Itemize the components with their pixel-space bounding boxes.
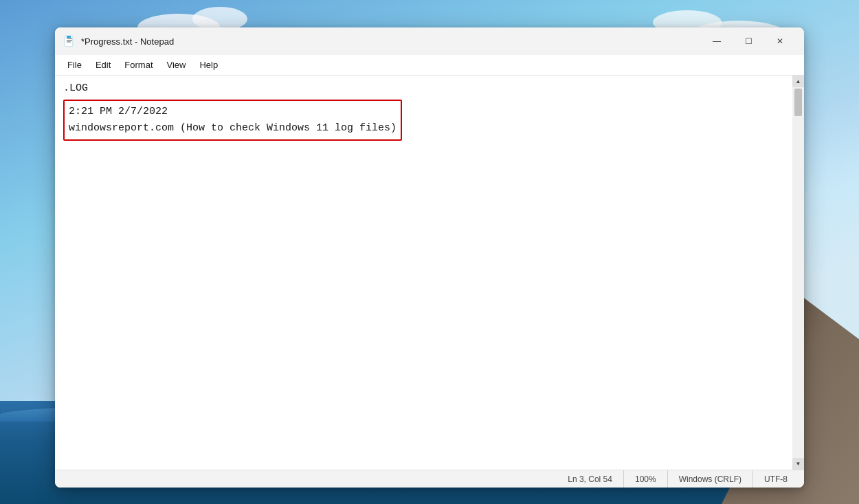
menu-view[interactable]: View (160, 57, 193, 73)
close-button[interactable]: ✕ (764, 30, 796, 52)
menu-help[interactable]: Help (192, 57, 225, 73)
notepad-window: *Progress.txt - Notepad — ☐ ✕ File Edit … (55, 27, 804, 488)
status-encoding: UTF-8 (752, 470, 799, 488)
log-prefix-line: .LOG (63, 81, 784, 97)
menu-bar: File Edit Format View Help (55, 55, 804, 76)
maximize-button[interactable]: ☐ (733, 30, 764, 52)
notepad-icon (63, 35, 76, 47)
scrollbar-up-arrow[interactable]: ▲ (792, 76, 804, 87)
scrollbar-thumb[interactable] (794, 89, 802, 116)
scrollbar-track[interactable]: ▲ ▼ (792, 76, 804, 470)
status-bar: Ln 3, Col 54 100% Windows (CRLF) UTF-8 (55, 470, 804, 488)
text-area[interactable]: .LOG 2:21 PM 2/7/2022 windowsreport.com … (55, 76, 792, 470)
url-line: windowsreport.com (How to check Windows … (69, 120, 397, 137)
svg-rect-5 (67, 36, 71, 38)
window-title: *Progress.txt - Notepad (81, 36, 174, 47)
scrollbar-down-arrow[interactable]: ▼ (792, 458, 804, 470)
minimize-button[interactable]: — (701, 30, 733, 52)
status-position: Ln 3, Col 54 (557, 470, 623, 488)
menu-file[interactable]: File (60, 57, 89, 73)
title-bar: *Progress.txt - Notepad — ☐ ✕ (55, 27, 804, 55)
highlighted-block: 2:21 PM 2/7/2022 windowsreport.com (How … (63, 100, 402, 141)
status-zoom: 100% (623, 470, 667, 488)
content-area: .LOG 2:21 PM 2/7/2022 windowsreport.com … (55, 76, 804, 470)
menu-format[interactable]: Format (118, 57, 159, 73)
menu-edit[interactable]: Edit (89, 57, 118, 73)
status-line-ending: Windows (CRLF) (667, 470, 752, 488)
title-bar-controls: — ☐ ✕ (701, 30, 796, 52)
timestamp-line: 2:21 PM 2/7/2022 (69, 104, 397, 120)
title-bar-left: *Progress.txt - Notepad (63, 35, 174, 47)
svg-rect-1 (65, 36, 72, 46)
